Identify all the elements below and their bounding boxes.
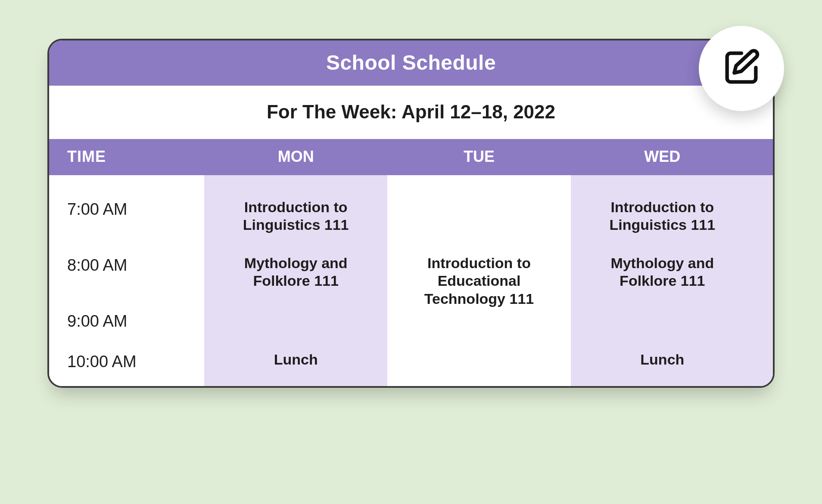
col-header-mon: MON: [204, 139, 387, 175]
day-column-wed: Introduction to Linguistics 111 Mytholog…: [571, 175, 754, 386]
week-subtitle-bar: For The Week: April 12–18, 2022: [49, 86, 773, 139]
time-label: 7:00 AM: [67, 195, 204, 251]
schedule-card: School Schedule For The Week: April 12–1…: [47, 39, 775, 388]
schedule-cell: Introduction to Linguistics 111: [204, 195, 387, 251]
schedule-cell: Lunch: [571, 347, 754, 377]
day-column-mon: Introduction to Linguistics 111 Mytholog…: [204, 175, 387, 386]
time-label: 8:00 AM: [67, 251, 204, 307]
time-column: 7:00 AM 8:00 AM 9:00 AM 10:00 AM: [49, 175, 204, 386]
edit-button[interactable]: [699, 26, 784, 111]
schedule-body: 7:00 AM 8:00 AM 9:00 AM 10:00 AM Introdu…: [49, 175, 773, 386]
time-label: 9:00 AM: [67, 307, 204, 347]
schedule-cell: [204, 307, 387, 347]
schedule-cell: Mythology and Folklore 111: [204, 251, 387, 307]
schedule-cell: Mythology and Folklore 111: [571, 251, 754, 307]
schedule-cell: [571, 307, 754, 347]
schedule-cell: [387, 307, 570, 347]
schedule-cell: Introduction to Educational Technology 1…: [387, 251, 570, 307]
col-header-wed: WED: [571, 139, 754, 175]
edit-icon: [720, 46, 763, 91]
page-title: School Schedule: [326, 51, 496, 74]
schedule-cell: [387, 347, 570, 377]
col-header-time: TIME: [49, 139, 204, 175]
schedule-cell: Lunch: [204, 347, 387, 377]
schedule-card-wrapper: School Schedule For The Week: April 12–1…: [47, 39, 775, 388]
week-subtitle: For The Week: April 12–18, 2022: [267, 101, 555, 122]
schedule-header-row: TIME MON TUE WED: [49, 139, 773, 175]
page-title-bar: School Schedule: [49, 40, 773, 86]
col-header-fill: [754, 139, 775, 175]
day-column-tue: Introduction to Educational Technology 1…: [387, 175, 570, 386]
schedule-cell: [387, 195, 570, 251]
schedule-cell: Introduction to Linguistics 111: [571, 195, 754, 251]
day-column-fill: [754, 175, 773, 386]
col-header-tue: TUE: [387, 139, 570, 175]
time-label: 10:00 AM: [67, 347, 204, 377]
